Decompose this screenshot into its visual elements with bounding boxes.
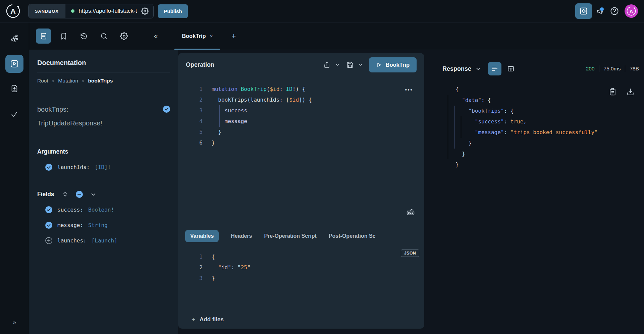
svg-text:A: A [10, 7, 16, 15]
field-name: launches: [57, 237, 87, 244]
documentation-divider [37, 72, 170, 72]
code-line: 1{ [178, 252, 424, 262]
add-files-button[interactable]: + Add files [178, 310, 424, 329]
documentation-tab-button[interactable] [36, 29, 51, 44]
code-line: 2 "id": "25" [178, 262, 424, 273]
response-panel: Response 200 75.0ms 78 [424, 50, 644, 334]
response-json-view[interactable]: { "data": { "bookTrips": { "success": tr… [442, 84, 644, 170]
tab-pre-operation-script[interactable]: Pre-Operation Script [264, 233, 316, 239]
operation-subtabs: Variables Headers Pre-Operation Script P… [178, 224, 424, 248]
code-line: } [446, 159, 644, 170]
field-row-message[interactable]: message: String [45, 222, 170, 229]
line-number: 5 [178, 127, 203, 137]
new-tab-button[interactable]: + [231, 32, 236, 41]
tree-view-button[interactable] [488, 62, 501, 75]
publish-button[interactable]: Publish [158, 4, 187, 18]
field-check-badge[interactable] [45, 222, 52, 229]
code-line: 2 bookTrips(launchIds: [$id]) { [178, 95, 424, 105]
connection-status-dot [71, 9, 74, 13]
status-code: 200 [586, 66, 595, 72]
response-size: 78B [630, 66, 639, 72]
explorer-settings-gear-icon[interactable] [116, 29, 131, 44]
tab-variables[interactable]: Variables [185, 230, 219, 242]
search-icon[interactable] [96, 29, 111, 44]
saved-operations-bookmark-icon[interactable] [56, 29, 71, 44]
field-type[interactable]: [Launch] [92, 237, 117, 244]
field-add-plus-badge[interactable] [45, 237, 52, 244]
sort-fields-icon[interactable] [62, 191, 68, 197]
code-line: "message": "trips booked successfully" [446, 127, 644, 138]
close-tab-icon[interactable]: × [210, 33, 213, 39]
code-line: 6} [178, 137, 424, 148]
doc-field-signature: bookTrips: TripUpdateResponse! [37, 103, 102, 130]
sidebar-expand-button[interactable]: » [13, 319, 16, 326]
tab-post-operation-script[interactable]: Post-Operation Sc [329, 233, 376, 239]
fields-heading: Fields [37, 191, 54, 198]
sandbox-badge[interactable]: SANDBOX [29, 4, 65, 18]
collapse-panel-button[interactable]: « [154, 32, 158, 40]
left-sidebar: » [0, 22, 29, 334]
code-line: } [446, 138, 644, 149]
endpoint-settings-gear-icon[interactable] [141, 7, 149, 15]
help-button[interactable] [610, 6, 619, 16]
code-line: } [446, 149, 644, 159]
changelog-nav-icon[interactable] [8, 82, 21, 95]
breadcrumb-mutation[interactable]: Mutation [58, 78, 78, 84]
response-dropdown-chevron-icon[interactable] [476, 66, 481, 71]
run-operation-button[interactable]: BookTrip [369, 57, 417, 72]
documentation-panel: Documentation Root > Mutation > bookTrip… [29, 50, 178, 334]
tab-headers[interactable]: Headers [231, 233, 252, 239]
status-divider [625, 65, 625, 72]
variables-editor[interactable]: JSON 1{2 "id": "25"3} [178, 248, 424, 310]
save-operation-icon[interactable] [346, 61, 354, 68]
share-operation-icon[interactable] [323, 61, 330, 68]
editor-more-menu-icon[interactable]: ••• [405, 87, 413, 93]
line-number: 3 [178, 273, 203, 284]
field-name: success: [57, 207, 83, 213]
argument-name: launchIds: [57, 164, 90, 170]
json-format-badge: JSON [401, 249, 419, 257]
arguments-heading: Arguments [37, 148, 170, 155]
deselect-all-fields-badge[interactable] [76, 191, 83, 198]
checks-nav-icon[interactable] [8, 107, 21, 121]
operation-tab-booktrip[interactable]: BookTrip × [174, 22, 220, 50]
argument-row-launchids[interactable]: launchIds: [ID]! [45, 164, 170, 171]
code-line: "bookTrips": { [446, 106, 644, 116]
run-play-icon [376, 62, 382, 68]
active-tab-underline [174, 49, 220, 50]
code-line: 4 message [178, 116, 424, 127]
code-line: 1mutation BookTrip($id: ID!) { [178, 84, 424, 95]
field-type[interactable]: Boolean! [88, 207, 114, 213]
table-view-button[interactable] [504, 62, 518, 75]
schema-graph-icon[interactable] [8, 32, 21, 45]
breadcrumb-root[interactable]: Root [37, 78, 48, 84]
field-row-launches[interactable]: launches: [Launch] [45, 237, 170, 244]
indent-guide [213, 262, 213, 273]
save-dropdown-chevron-icon[interactable] [358, 62, 363, 67]
field-type[interactable]: String [88, 222, 108, 228]
field-added-check-badge[interactable] [163, 106, 170, 113]
user-avatar[interactable]: A [625, 4, 638, 18]
line-number: 6 [178, 137, 203, 148]
sandbox-box-button[interactable] [575, 3, 592, 19]
announcements-button[interactable] [596, 7, 605, 16]
endpoint-url-input[interactable]: https://apollo-fullstack-t [79, 8, 137, 14]
indent-guide [213, 95, 213, 137]
argument-type[interactable]: [ID]! [95, 164, 111, 170]
share-dropdown-chevron-icon[interactable] [335, 62, 340, 67]
field-row-success[interactable]: success: Boolean! [45, 206, 170, 213]
line-number: 4 [178, 116, 203, 127]
fields-collapse-chevron-icon[interactable] [91, 192, 96, 197]
argument-check-badge[interactable] [45, 164, 52, 171]
operation-code-editor[interactable]: ••• 1mutation BookTrip($id: ID!) {2 book… [178, 76, 424, 224]
field-name: message: [57, 222, 83, 228]
operation-panel: Operation [178, 53, 424, 329]
breadcrumb: Root > Mutation > bookTrips [37, 78, 170, 84]
explorer-nav-button[interactable] [5, 55, 23, 73]
history-icon[interactable] [76, 29, 91, 44]
field-check-badge[interactable] [45, 206, 52, 213]
run-button-label: BookTrip [385, 62, 410, 68]
explorer-toolbar: « BookTrip × + [29, 22, 644, 50]
indent-guide [461, 116, 461, 138]
keyboard-shortcuts-icon[interactable] [406, 208, 415, 216]
